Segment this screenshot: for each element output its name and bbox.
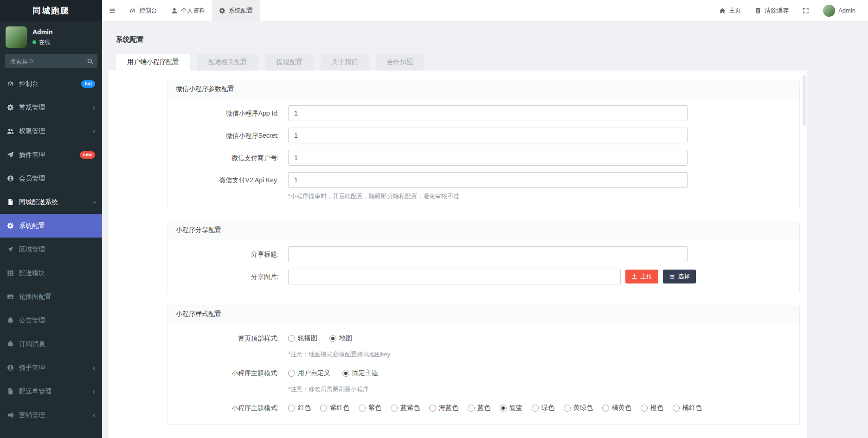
nav-item-label: 个人资料 [181, 6, 205, 15]
sidebar-item-general-mgmt[interactable]: 常规管理‹ [0, 96, 102, 119]
radio-label: 绿色 [541, 404, 554, 412]
radio-label: 用户自定义 [298, 369, 330, 377]
radio-theme-color[interactable]: 靛蓝 [500, 404, 522, 412]
section-title: 微信小程序参数配置 [167, 80, 799, 98]
field-note: *小程序提审时，开启此配置，隐藏部分隐私配置，避免审核不过 [288, 192, 799, 200]
scrollbar-thumb[interactable] [803, 75, 806, 126]
bullhorn-icon [7, 412, 14, 419]
tab-about-us[interactable]: 关于我们 [321, 54, 369, 71]
choose-button[interactable]: 选择 [663, 270, 696, 283]
sidebar-item-label: 系统配置 [19, 222, 45, 230]
radio-circle [673, 405, 680, 412]
radio-circle [468, 405, 475, 412]
sidebar-item-system-config[interactable]: 系统配置 [0, 214, 102, 238]
menu-search-input[interactable] [5, 54, 97, 68]
sidebar-item-rider-mgmt[interactable]: 骑手管理‹ [0, 356, 102, 380]
nav-item-user[interactable]: Admin [816, 0, 862, 21]
tab-cooperation[interactable]: 合作加盟 [376, 54, 424, 71]
radio-theme-color[interactable]: 紫色 [359, 404, 381, 412]
nav-item-sidebar-toggle[interactable] [102, 0, 122, 21]
sidebar-item-label: 公告管理 [19, 316, 45, 325]
radio-home-top-style[interactable]: 地图 [329, 334, 352, 342]
nav-item-system-config[interactable]: 系统配置 [212, 0, 260, 21]
field-inline [288, 105, 799, 121]
radio-theme-mode[interactable]: 固定主题 [342, 369, 378, 377]
app-logo[interactable]: 同城跑腿 [0, 0, 102, 21]
sidebar-item-member-mgmt[interactable]: 会员管理 [0, 167, 102, 190]
sidebar-item-dashboard[interactable]: 控制台hot [0, 72, 102, 96]
mch-id-input[interactable] [288, 150, 688, 166]
radio-theme-color[interactable]: 橘黄色 [602, 404, 631, 412]
field-inline: 上传选择 [288, 269, 799, 284]
v2-api-key-input[interactable] [288, 172, 688, 188]
radio-circle [329, 335, 336, 342]
radio-theme-mode[interactable]: 用户自定义 [288, 369, 330, 377]
radio-theme-color[interactable]: 绿色 [532, 404, 554, 412]
sidebar-item-delivery-order-mgmt[interactable]: 配送单管理‹ [0, 380, 102, 403]
radio-home-top-style[interactable]: 轮播图 [288, 334, 317, 342]
sidebar-item-notice-mgmt[interactable]: 公告管理 [0, 309, 102, 332]
radio-label: 蓝色 [477, 404, 490, 412]
nav-item-label: 系统配置 [229, 6, 253, 15]
radio-label: 紫色 [368, 404, 381, 412]
radio-label: 靛蓝 [509, 404, 522, 412]
nav-item-home[interactable]: 主页 [712, 0, 748, 21]
nav-item-fullscreen[interactable] [796, 0, 816, 21]
sidebar-item-label: 配送模块 [19, 269, 45, 277]
search-icon [87, 58, 94, 65]
share-title-input[interactable] [288, 246, 688, 262]
nav-item-console[interactable]: 控制台 [122, 0, 164, 21]
sidebar-item-area-mgmt[interactable]: 区域管理 [0, 238, 102, 261]
upload-button[interactable]: 上传 [625, 270, 658, 283]
sidebar-item-city-delivery-system[interactable]: 同城配送系统‹ [0, 190, 102, 214]
file-icon [7, 388, 14, 395]
radio-theme-color[interactable]: 蓝紫色 [391, 404, 420, 412]
tab-user-miniapp-config[interactable]: 用户端小程序配置 [116, 54, 190, 71]
badge-hot: hot [81, 80, 95, 88]
field-row: 小程序主题模式:红色紫红色紫色蓝紫色海蓝色蓝色靛蓝绿色黄绿色橘黄色橙色橘红色 [167, 400, 799, 416]
radio-theme-color[interactable]: 红色 [288, 404, 311, 412]
field-row: 微信支付V2 Api Key:*小程序提审时，开启此配置，隐藏部分隐私配置，避免… [167, 172, 799, 200]
nav-item-profile[interactable]: 个人资料 [164, 0, 212, 21]
tab-withdraw-config[interactable]: 提现配置 [265, 54, 314, 71]
radio-theme-color[interactable]: 蓝色 [468, 404, 490, 412]
sidebar-item-banner-config[interactable]: 轮播图配置 [0, 285, 102, 309]
field-row: 分享标题: [167, 246, 799, 262]
app-title: 同城跑腿 [32, 5, 70, 16]
user-name: Admin [32, 28, 53, 36]
app-id-input[interactable] [288, 105, 688, 121]
radio-label: 地图 [339, 334, 352, 342]
field-label: 分享标题: [167, 246, 279, 262]
radio-label: 轮播图 [298, 334, 317, 342]
secret-input[interactable] [288, 128, 688, 143]
avatar [823, 5, 835, 17]
sidebar-item-label: 配送单管理 [19, 387, 51, 396]
sidebar-item-label: 区域管理 [19, 245, 45, 254]
page-title: 系统配置 [116, 35, 144, 44]
nav-item-clear-cache[interactable]: 清除缓存 [748, 0, 796, 21]
sidebar-item-auth-mgmt[interactable]: 权限管理‹ [0, 119, 102, 143]
sidebar-item-delivery-module[interactable]: 配送模块 [0, 261, 102, 285]
content-panel: 微信小程序参数配置微信小程序App Id:微信小程序Secret:微信支付商户号… [109, 71, 807, 438]
share-image-input[interactable] [288, 269, 621, 284]
sidebar-item-subscribe-message[interactable]: 订阅消息 [0, 332, 102, 356]
radio-label: 紫红色 [330, 404, 349, 412]
field-content: 上传选择 [288, 269, 799, 284]
nav-item-label: 主页 [729, 6, 741, 15]
radio-theme-color[interactable]: 黄绿色 [564, 404, 593, 412]
radio-theme-color[interactable]: 海蓝色 [429, 404, 458, 412]
field-inline [288, 246, 799, 262]
field-content [288, 150, 799, 166]
tab-delivery-config[interactable]: 配送相关配置 [197, 54, 258, 71]
radio-label: 橘红色 [682, 404, 702, 412]
upload-icon [631, 274, 637, 280]
radio-theme-color[interactable]: 橙色 [641, 404, 663, 412]
field-label: 小程序主题模式: [167, 400, 279, 416]
radio-theme-color[interactable]: 橘红色 [673, 404, 702, 412]
sidebar-search [5, 54, 97, 68]
radio-theme-color[interactable]: 紫红色 [320, 404, 349, 412]
user-circle-icon [7, 364, 14, 371]
radio-circle [429, 405, 436, 412]
sidebar-item-addon-mgmt[interactable]: 插件管理new [0, 143, 102, 167]
sidebar-item-marketing-mgmt[interactable]: 营销管理‹ [0, 403, 102, 427]
